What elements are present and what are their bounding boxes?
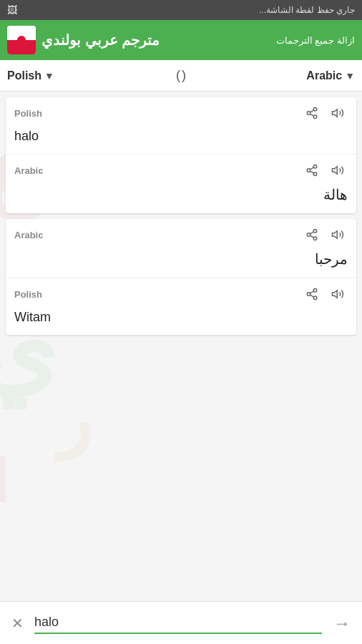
- svg-point-2: [313, 115, 317, 119]
- card1-arabic-speaker-button[interactable]: [328, 160, 348, 180]
- card1-arabic-actions: [302, 160, 348, 180]
- card2-polish-share-button[interactable]: [302, 284, 322, 304]
- card2-arabic-section: Arabic: [6, 219, 356, 278]
- translation-card-2: Arabic: [6, 219, 356, 335]
- svg-line-16: [310, 232, 313, 234]
- svg-point-6: [313, 165, 317, 169]
- svg-marker-17: [333, 231, 338, 239]
- svg-point-14: [313, 237, 317, 240]
- card2-polish-lang: Polish: [14, 289, 42, 300]
- target-lang-selector[interactable]: Arabic ▼: [192, 69, 362, 82]
- card2-arabic-header: Arabic: [14, 225, 348, 245]
- target-lang-dropdown-icon: ▼: [345, 70, 355, 82]
- cards-container: Polish: [0, 92, 362, 341]
- svg-marker-11: [333, 167, 338, 175]
- svg-line-22: [310, 291, 313, 293]
- translation-card-1: Polish: [6, 97, 356, 213]
- watermark-5: ا: [0, 449, 9, 516]
- source-lang-selector[interactable]: Polish ▼: [0, 69, 170, 82]
- card2-arabic-speaker-button[interactable]: [328, 225, 348, 245]
- card1-polish-actions: [302, 103, 348, 123]
- svg-point-1: [307, 112, 310, 115]
- card2-polish-word: Witam: [14, 307, 348, 329]
- svg-line-9: [310, 171, 313, 173]
- card1-polish-section: Polish: [6, 97, 356, 154]
- card1-arabic-section: Arabic: [6, 154, 356, 213]
- card1-arabic-word: هالة: [14, 183, 348, 208]
- clear-all-button[interactable]: ازالة جميع الترجمات: [276, 35, 355, 46]
- card1-polish-word: halo: [14, 126, 348, 148]
- svg-point-18: [313, 289, 317, 293]
- svg-line-3: [310, 114, 313, 116]
- svg-point-19: [307, 293, 310, 296]
- paren-open: (: [176, 68, 180, 83]
- app-header: مترجم عربي بولندي ازالة جميع الترجمات: [0, 20, 362, 60]
- card1-polish-lang: Polish: [14, 108, 42, 119]
- paren-close: ): [182, 68, 186, 83]
- card2-polish-actions: [302, 284, 348, 304]
- svg-point-13: [307, 233, 310, 237]
- svg-point-8: [313, 172, 317, 176]
- card2-arabic-actions: [302, 225, 348, 245]
- header-left: مترجم عربي بولندي: [7, 26, 160, 54]
- card1-arabic-share-button[interactable]: [302, 160, 322, 180]
- source-lang-label: Polish: [7, 69, 41, 82]
- card2-polish-section: Polish: [6, 278, 356, 335]
- card2-arabic-lang: Arabic: [14, 230, 43, 240]
- svg-point-20: [313, 296, 317, 300]
- svg-point-0: [313, 108, 317, 112]
- source-lang-dropdown-icon: ▼: [44, 70, 54, 82]
- swap-languages-area: ( ): [170, 68, 192, 83]
- svg-point-12: [313, 230, 317, 233]
- app-flag-icon: [7, 26, 36, 54]
- status-text: جاري حفظ لقطة الشاشة...: [259, 5, 355, 15]
- app-title: مترجم عربي بولندي: [41, 31, 160, 49]
- bottom-search-bar: ✕ →: [0, 601, 362, 644]
- screenshot-icon: 🖼: [7, 4, 17, 16]
- svg-line-4: [310, 110, 313, 112]
- card1-polish-speaker-button[interactable]: [328, 103, 348, 123]
- status-bar: 🖼 جاري حفظ لقطة الشاشة...: [0, 0, 362, 20]
- submit-search-button[interactable]: →: [329, 613, 355, 633]
- card2-arabic-share-button[interactable]: [302, 225, 322, 245]
- card2-polish-header: Polish: [14, 284, 348, 304]
- search-input[interactable]: [34, 612, 322, 634]
- card1-polish-share-button[interactable]: [302, 103, 322, 123]
- svg-line-15: [310, 235, 313, 238]
- search-input-area: [34, 612, 322, 634]
- svg-line-10: [310, 167, 313, 170]
- target-lang-label: Arabic: [306, 69, 342, 82]
- clear-input-button[interactable]: ✕: [7, 615, 27, 632]
- card1-arabic-lang: Arabic: [14, 165, 43, 176]
- watermark-4: ر: [57, 378, 92, 462]
- svg-marker-23: [333, 291, 338, 298]
- svg-point-7: [307, 169, 310, 172]
- card2-arabic-word: مرحبا: [14, 248, 348, 272]
- card2-polish-speaker-button[interactable]: [328, 284, 348, 304]
- svg-marker-5: [333, 109, 338, 117]
- card1-arabic-header: Arabic: [14, 160, 348, 180]
- card1-polish-header: Polish: [14, 103, 348, 123]
- language-bar: Polish ▼ ( ) Arabic ▼: [0, 60, 362, 92]
- svg-line-21: [310, 295, 313, 297]
